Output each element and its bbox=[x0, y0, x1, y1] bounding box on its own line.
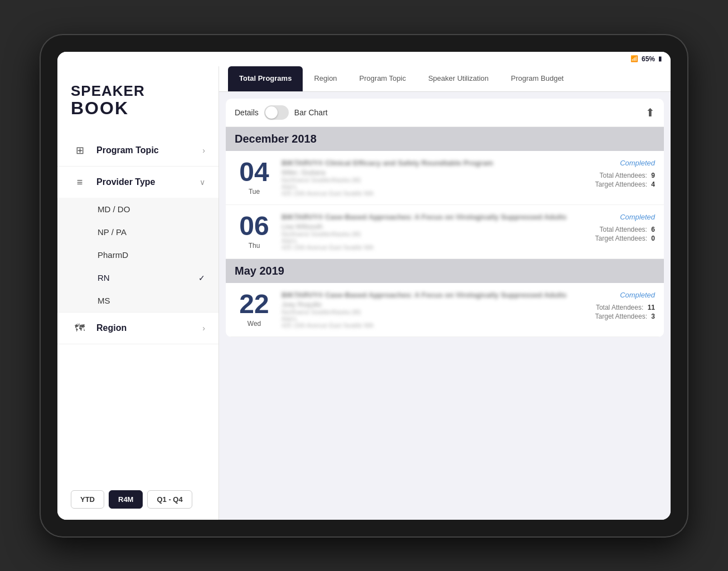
program-topic-label: Program Topic bbox=[96, 145, 195, 155]
program-row-dec-04: 04 Tue BIKTARVY® Clinical Efficacy and S… bbox=[226, 151, 664, 205]
period-q1-q4[interactable]: Q1 - Q4 bbox=[147, 490, 192, 509]
logo: SPEAKER BOOK bbox=[57, 77, 219, 135]
date-day-dec-06: Thu bbox=[235, 242, 274, 250]
month-title-dec-2018: December 2018 bbox=[235, 133, 317, 145]
view-toggle-group: Details Bar Chart bbox=[235, 105, 328, 120]
sidebar: SPEAKER BOOK ⊞ Program Topic › ≡ Provide… bbox=[57, 66, 219, 520]
tab-program-topic[interactable]: Program Topic bbox=[348, 66, 418, 91]
battery-percentage: 65% bbox=[642, 55, 655, 63]
region-icon: 🗺 bbox=[71, 320, 89, 336]
program-topic-icon: ⊞ bbox=[71, 143, 89, 158]
program-meta-may-22: Completed Total Attendees: 11 Target Att… bbox=[577, 291, 655, 321]
tab-program-budget[interactable]: Program Budget bbox=[500, 66, 575, 91]
month-header-may-2019: May 2019 bbox=[226, 259, 664, 283]
rn-checkmark: ✓ bbox=[198, 274, 205, 282]
main-area: Total Programs Region Program Topic Spea… bbox=[219, 66, 671, 520]
bar-chart-label: Bar Chart bbox=[294, 108, 328, 117]
date-block-dec-06: 06 Thu bbox=[235, 213, 274, 250]
total-attendees-dec-06: Total Attendees: 6 bbox=[577, 226, 655, 233]
status-bar: 📶 65% ▮ bbox=[57, 52, 671, 66]
program-address-may-22: 425 15th Avenue East Seattle WA bbox=[282, 322, 569, 329]
content-area: Details Bar Chart ⬆ December 2018 bbox=[219, 92, 671, 520]
program-info-may-22: BIKTARVY® Case-Based Approaches: A Focus… bbox=[282, 291, 569, 329]
tabs-bar: Total Programs Region Program Topic Spea… bbox=[219, 66, 671, 92]
provider-option-md-do[interactable]: MD / DO bbox=[57, 198, 219, 221]
provider-type-section: ≡ Provider Type ∨ MD / DO NP / PA PharmD bbox=[57, 167, 219, 313]
wifi-icon: 📶 bbox=[630, 55, 638, 62]
provider-type-chevron: ∨ bbox=[200, 178, 205, 187]
program-location-dec-04: Northwest Seattle/Alaska (M) bbox=[282, 177, 569, 183]
tab-speaker-utilization[interactable]: Speaker Utilization bbox=[417, 66, 499, 91]
toggle-knob bbox=[265, 106, 278, 119]
logo-speaker: SPEAKER bbox=[71, 83, 205, 99]
month-header-dec-2018: December 2018 bbox=[226, 127, 664, 151]
sidebar-item-program-topic[interactable]: ⊞ Program Topic › bbox=[57, 135, 219, 167]
date-number-dec-06: 06 bbox=[235, 213, 274, 240]
tab-region[interactable]: Region bbox=[303, 66, 348, 91]
total-attendees-may-22: Total Attendees: 11 bbox=[577, 304, 655, 311]
target-attendees-dec-04: Target Attendees: 4 bbox=[577, 180, 655, 188]
period-buttons: YTD R4M Q1 - Q4 bbox=[57, 481, 219, 520]
provider-option-pharmd[interactable]: PharmD bbox=[57, 243, 219, 266]
tablet-screen: 📶 65% ▮ SPEAKER BOOK ⊞ Program Topic › bbox=[57, 52, 671, 520]
program-info-dec-06: BIKTARVY® Case-Based Approaches: A Focus… bbox=[282, 213, 569, 251]
target-attendees-dec-06: Target Attendees: 0 bbox=[577, 235, 655, 242]
date-number-dec-04: 04 bbox=[235, 159, 274, 186]
program-meta-dec-04: Completed Total Attendees: 9 Target Atte… bbox=[577, 159, 655, 189]
main-content: SPEAKER BOOK ⊞ Program Topic › ≡ Provide… bbox=[57, 66, 671, 520]
program-meta-dec-06: Completed Total Attendees: 6 Target Atte… bbox=[577, 213, 655, 243]
status-dec-04: Completed bbox=[577, 159, 655, 167]
date-day-dec-04: Tue bbox=[235, 188, 274, 196]
view-card: Details Bar Chart ⬆ December 2018 bbox=[226, 99, 664, 337]
logo-book: BOOK bbox=[71, 99, 205, 118]
provider-option-rn[interactable]: RN ✓ bbox=[57, 266, 219, 289]
provider-option-ms[interactable]: MS bbox=[57, 289, 219, 312]
date-number-may-22: 22 bbox=[235, 291, 274, 318]
provider-type-label: Provider Type bbox=[96, 177, 192, 187]
program-info-dec-04: BIKTARVY® Clinical Efficacy and Safety R… bbox=[282, 159, 569, 197]
program-speaker-dec-06: Lisa Willsouth bbox=[282, 223, 569, 231]
provider-option-np-pa[interactable]: NP / PA bbox=[57, 221, 219, 243]
view-controls: Details Bar Chart ⬆ bbox=[226, 99, 664, 127]
region-label: Region bbox=[96, 323, 195, 333]
details-label: Details bbox=[235, 108, 259, 117]
program-speaker-may-22: Joey Roquillo bbox=[282, 301, 569, 309]
date-day-may-22: Wed bbox=[235, 320, 274, 328]
program-title-may-22: BIKTARVY® Case-Based Approaches: A Focus… bbox=[282, 291, 569, 299]
region-chevron: › bbox=[202, 324, 205, 333]
date-block-dec-04: 04 Tue bbox=[235, 159, 274, 196]
program-venue-dec-06: Ada's bbox=[282, 237, 569, 244]
provider-type-icon: ≡ bbox=[71, 174, 89, 190]
battery-icon: ▮ bbox=[658, 55, 662, 62]
status-may-22: Completed bbox=[577, 291, 655, 299]
sidebar-item-region[interactable]: 🗺 Region › bbox=[57, 313, 219, 344]
provider-options-list: MD / DO NP / PA PharmD RN ✓ bbox=[57, 198, 219, 312]
period-ytd[interactable]: YTD bbox=[71, 490, 104, 509]
provider-type-header[interactable]: ≡ Provider Type ∨ bbox=[57, 167, 219, 198]
status-dec-06: Completed bbox=[577, 213, 655, 221]
month-title-may-2019: May 2019 bbox=[235, 265, 284, 277]
view-toggle-switch[interactable] bbox=[264, 105, 289, 120]
program-venue-dec-04: Ada's bbox=[282, 183, 569, 190]
program-location-may-22: Northwest Seattle/Alaska (M) bbox=[282, 309, 569, 315]
tablet-frame: 📶 65% ▮ SPEAKER BOOK ⊞ Program Topic › bbox=[41, 35, 687, 536]
date-block-may-22: 22 Wed bbox=[235, 291, 274, 328]
period-r4m[interactable]: R4M bbox=[109, 490, 143, 509]
program-row-may-22: 22 Wed BIKTARVY® Case-Based Approaches: … bbox=[226, 283, 664, 337]
program-title-dec-04: BIKTARVY® Clinical Efficacy and Safety R… bbox=[282, 159, 569, 167]
program-speaker-dec-04: Miller, Giuliana bbox=[282, 169, 569, 177]
program-title-dec-06: BIKTARVY® Case-Based Approaches: A Focus… bbox=[282, 213, 569, 221]
total-attendees-dec-04: Total Attendees: 9 bbox=[577, 172, 655, 179]
share-button[interactable]: ⬆ bbox=[646, 106, 655, 119]
tab-total-programs[interactable]: Total Programs bbox=[228, 66, 303, 91]
program-topic-chevron: › bbox=[202, 146, 205, 155]
target-attendees-may-22: Target Attendees: 3 bbox=[577, 313, 655, 320]
program-row-dec-06: 06 Thu BIKTARVY® Case-Based Approaches: … bbox=[226, 205, 664, 259]
program-address-dec-06: 425 15th Avenue East Seattle WA bbox=[282, 244, 569, 251]
program-venue-may-22: Ada's bbox=[282, 315, 569, 322]
program-address-dec-04: 425 15th Avenue East Seattle WA bbox=[282, 190, 569, 197]
program-location-dec-06: Northwest Seattle/Alaska (M) bbox=[282, 231, 569, 237]
